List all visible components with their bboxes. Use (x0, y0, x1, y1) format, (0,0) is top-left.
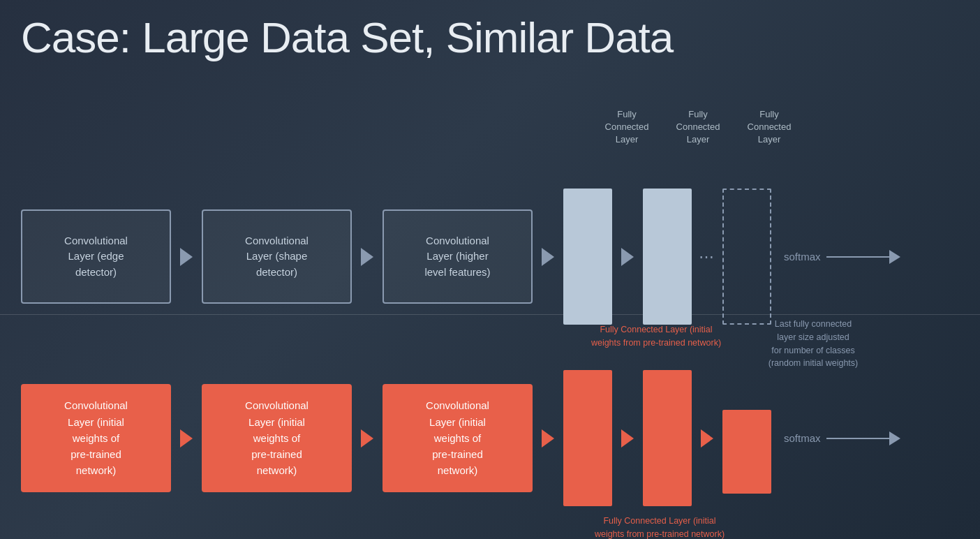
bottom-arrow-4 (612, 429, 643, 448)
bottom-conv1-label: ConvolutionalLayer (initialweights ofpre… (64, 397, 128, 478)
bottom-fc2-rect (643, 370, 692, 506)
top-fc3-rect-dashed (722, 189, 771, 325)
top-network-row: ConvolutionalLayer (edgedetector) Convol… (21, 189, 900, 325)
bottom-arrow-5 (692, 429, 722, 448)
dots-arrow: ⋯ (692, 248, 722, 266)
bottom-softmax-area: softmax (784, 431, 900, 445)
bottom-conv3-box: ConvolutionalLayer (initialweights ofpre… (383, 384, 533, 492)
top-conv3-box: ConvolutionalLayer (higherlevel features… (383, 209, 533, 304)
arrow-2 (352, 248, 383, 266)
bottom-conv1-box: ConvolutionalLayer (initialweights ofpre… (21, 384, 171, 492)
arrow-triangle-3 (542, 248, 554, 266)
bottom-arrow-triangle-4 (621, 429, 634, 448)
bottom-arrow-triangle-1 (180, 429, 193, 448)
annotation-fc-bottom: Fully Connected Layer (initialweights fr… (586, 515, 733, 539)
arrow-triangle-4 (621, 248, 634, 266)
bottom-arrow-triangle-2 (361, 429, 373, 448)
bottom-conv3-label: ConvolutionalLayer (initialweights ofpre… (426, 397, 489, 478)
fc3-label: FullyConnectedLayer (741, 108, 797, 147)
arrow-1 (171, 248, 202, 266)
bottom-softmax-arrow (826, 431, 900, 445)
top-conv2-box: ConvolutionalLayer (shapedetector) (202, 209, 352, 304)
bottom-fc1-rect (563, 370, 612, 506)
top-conv2-label: ConvolutionalLayer (shapedetector) (245, 233, 309, 281)
arrow-3 (533, 248, 563, 266)
fc2-label: FullyConnectedLayer (670, 108, 726, 147)
bottom-softmax-label: softmax (784, 432, 821, 444)
bottom-conv2-label: ConvolutionalLayer (initialweights ofpre… (245, 397, 309, 478)
annotation-fc-pretrained: Fully Connected Layer (initialweights fr… (586, 323, 726, 350)
annotation-last-fc: Last fully connectedlayer size adjustedf… (743, 318, 883, 370)
bottom-arrow-triangle-5 (701, 429, 713, 448)
top-fc1-rect (563, 189, 612, 325)
bottom-arrow-2 (352, 429, 383, 448)
bottom-conv2-box: ConvolutionalLayer (initialweights ofpre… (202, 384, 352, 492)
top-conv3-label: ConvolutionalLayer (higherlevel features… (424, 233, 490, 281)
page-title: Case: Large Data Set, Similar Data (21, 13, 673, 62)
bottom-arrow-3 (533, 429, 563, 448)
top-fc2-rect (643, 189, 692, 325)
bottom-arrow-triangle-3 (542, 429, 554, 448)
fc-labels-top: FullyConnectedLayer FullyConnectedLayer … (599, 108, 797, 149)
top-conv1-box: ConvolutionalLayer (edgedetector) (21, 209, 171, 304)
top-softmax-area: softmax (784, 250, 900, 264)
top-conv1-label: ConvolutionalLayer (edgedetector) (64, 233, 128, 281)
arrow-triangle-1 (180, 248, 193, 266)
bottom-network-row: ConvolutionalLayer (initialweights ofpre… (21, 370, 900, 506)
arrow-triangle-2 (361, 248, 373, 266)
bottom-arrow-1 (171, 429, 202, 448)
bottom-fc3-rect (722, 410, 771, 494)
top-softmax-arrow (826, 250, 900, 264)
fc1-label: FullyConnectedLayer (599, 108, 655, 147)
top-softmax-label: softmax (784, 251, 821, 263)
arrow-4 (612, 248, 643, 266)
